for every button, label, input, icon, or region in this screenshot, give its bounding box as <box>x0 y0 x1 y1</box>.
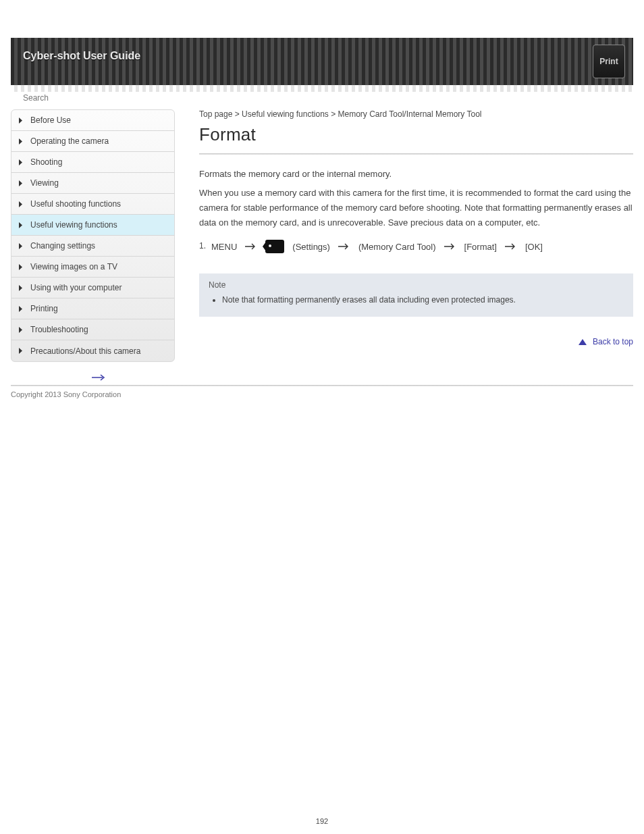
sidebar-item-label: Using with your computer <box>30 283 122 292</box>
back-to-top[interactable]: Back to top <box>199 337 633 346</box>
sidebar-item-label: Useful viewing functions <box>30 220 117 230</box>
step-memory-card-tool: (Memory Card Tool) <box>358 242 436 252</box>
page-footer: Copyright 2013 Sony Corporation <box>11 374 633 398</box>
chevron-right-icon <box>17 201 24 207</box>
note-item: Note that formatting permanently erases … <box>222 294 624 307</box>
back-to-top-label: Back to top <box>593 337 633 346</box>
title-divider <box>199 153 633 155</box>
sidebar-item-label: Before Use <box>30 115 71 125</box>
copyright: Copyright 2013 Sony Corporation <box>11 390 633 398</box>
header-banner: Cyber-shot User Guide Print Search <box>11 38 633 85</box>
chevron-right-icon <box>17 117 24 124</box>
arrow-right-icon <box>505 243 517 250</box>
chevron-right-icon <box>17 138 24 145</box>
arrow-right-icon <box>245 243 257 250</box>
sidebar-item-before-use[interactable]: Before Use <box>11 110 174 131</box>
sidebar-item-precautions[interactable]: Precautions/About this camera <box>11 340 174 361</box>
sidebar-item-label: Troubleshooting <box>30 325 88 334</box>
page-title: Format <box>199 124 633 145</box>
chevron-right-icon <box>17 305 24 312</box>
sidebar-item-label: Useful shooting functions <box>30 199 121 209</box>
sidebar-item-label: Shooting <box>30 157 62 167</box>
print-button[interactable]: Print <box>593 45 625 78</box>
print-label: Print <box>599 57 618 66</box>
sidebar-item-shooting[interactable]: Shooting <box>11 152 174 173</box>
settings-icon <box>265 240 284 253</box>
sidebar-item-operating[interactable]: Operating the camera <box>11 131 174 152</box>
footer-divider <box>11 385 633 386</box>
sidebar-item-useful-shooting[interactable]: Useful shooting functions <box>11 194 174 215</box>
sidebar-item-computer[interactable]: Using with your computer <box>11 278 174 298</box>
sidebar-item-printing[interactable]: Printing <box>11 298 174 319</box>
step-number: 1. <box>199 241 206 251</box>
arrow-right-icon <box>338 243 350 250</box>
chevron-right-icon <box>17 180 24 186</box>
arrow-right-icon <box>92 374 107 381</box>
chevron-right-icon <box>17 221 24 228</box>
triangle-up-icon <box>579 339 587 345</box>
sidebar-item-useful-viewing[interactable]: Useful viewing functions <box>11 215 174 236</box>
chevron-right-icon <box>17 326 24 333</box>
sidebar-item-label: Viewing images on a TV <box>30 262 117 271</box>
chevron-right-icon <box>17 242 24 249</box>
intro-text-2: When you use a memory card with this cam… <box>199 186 633 230</box>
header-title: Cyber-shot User Guide <box>23 50 140 62</box>
sidebar-item-troubleshooting[interactable]: Troubleshooting <box>11 319 174 340</box>
sidebar-nav: Before UseOperating the cameraShootingVi… <box>11 109 175 362</box>
sidebar-item-label: Printing <box>30 304 58 313</box>
step-ok: [OK] <box>525 242 543 252</box>
sidebar-item-label: Precautions/About this camera <box>30 346 140 356</box>
chevron-right-icon <box>17 284 24 291</box>
intro-text: Formats the memory card or the internal … <box>199 167 633 182</box>
note-box: Note Note that formatting permanently er… <box>199 273 633 316</box>
steps-row: MENU (Settings) (Memory Card Tool) [Form… <box>211 240 543 253</box>
footer-share <box>11 374 633 381</box>
chevron-right-icon <box>17 159 24 165</box>
sidebar-item-changing-settings[interactable]: Changing settings <box>11 236 174 257</box>
arrow-right-icon <box>444 243 456 250</box>
chevron-right-icon <box>17 348 24 355</box>
sidebar-item-label: Operating the camera <box>30 136 109 146</box>
page-number: 192 <box>0 817 644 825</box>
sidebar-item-label: Viewing <box>30 178 59 188</box>
step-menu: MENU <box>211 242 237 252</box>
note-label: Note <box>209 280 624 290</box>
breadcrumb: Top page > Useful viewing functions > Me… <box>199 109 633 119</box>
step-format: [Format] <box>464 242 497 252</box>
header-subtitle: Search <box>23 93 49 103</box>
sidebar-item-label: Changing settings <box>30 241 95 251</box>
sidebar-item-viewing[interactable]: Viewing <box>11 173 174 194</box>
main-content: Top page > Useful viewing functions > Me… <box>199 109 633 362</box>
step-settings: (Settings) <box>292 242 330 252</box>
sidebar-item-tv[interactable]: Viewing images on a TV <box>11 257 174 278</box>
chevron-right-icon <box>17 263 24 270</box>
